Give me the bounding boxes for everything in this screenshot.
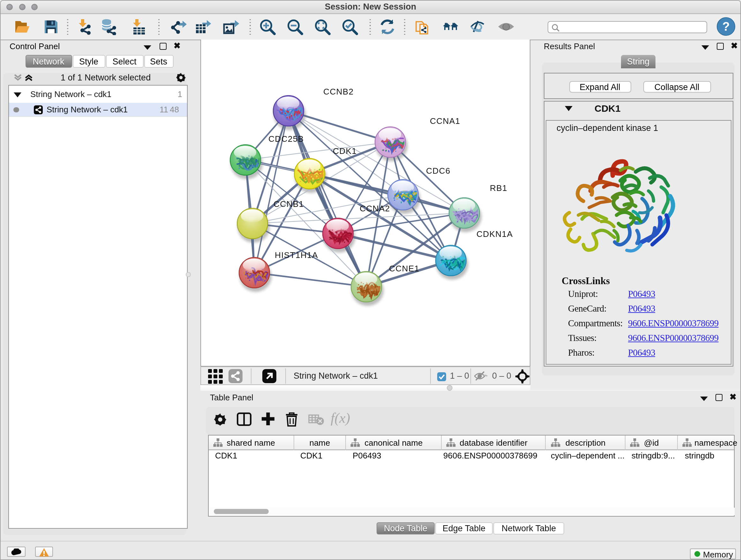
svg-text:CCNA1: CCNA1 (430, 116, 460, 126)
svg-text:RB1: RB1 (490, 183, 508, 193)
svg-text:CCNB2: CCNB2 (323, 87, 354, 97)
svg-text:CDK1: CDK1 (333, 146, 357, 156)
svg-text:CDC25B: CDC25B (268, 134, 304, 144)
svg-text:HIST1H1A: HIST1H1A (275, 250, 318, 260)
svg-text:CDC6: CDC6 (426, 166, 451, 176)
svg-text:CCNA2: CCNA2 (360, 204, 390, 213)
svg-text:CDKN1A: CDKN1A (476, 229, 513, 239)
svg-text:CCNB1: CCNB1 (273, 199, 304, 209)
svg-text:?: ? (722, 20, 730, 33)
svg-text:CCNE1: CCNE1 (389, 264, 419, 273)
